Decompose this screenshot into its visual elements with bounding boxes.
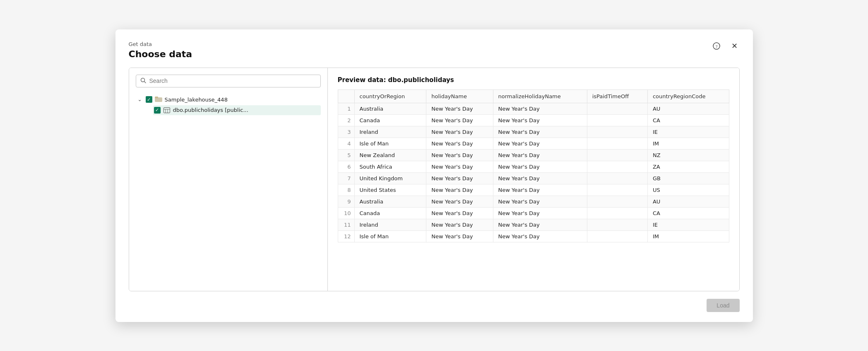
tree-child: ✓ dbo.publicholidays [public... (153, 105, 321, 115)
cell-normalize: New Year's Day (493, 161, 587, 172)
cell-country: Canada (354, 114, 426, 126)
cell-regioncode: IM (647, 138, 729, 149)
svg-line-3 (144, 81, 146, 83)
help-icon: ? (713, 42, 720, 50)
row-num-cell: 9 (338, 196, 354, 207)
chevron-down-icon: ⌄ (137, 97, 143, 102)
search-box[interactable] (136, 75, 321, 87)
table-item[interactable]: ✓ dbo.publicholidays [public... (153, 105, 321, 115)
table-icon (163, 107, 171, 113)
load-button[interactable]: Load (707, 299, 739, 312)
search-input[interactable] (149, 77, 316, 84)
right-panel: Preview data: dbo.publicholidays country… (328, 68, 739, 291)
col-header-normalize: normalizeHolidayName (493, 90, 587, 103)
cell-ispaid (587, 172, 647, 184)
table-row: 12 Isle of Man New Year's Day New Year's… (338, 230, 729, 242)
cell-ispaid (587, 219, 647, 230)
lakehouse-item[interactable]: ⌄ ✓ Sample_lakehouse_448 (136, 94, 321, 105)
table-row: 10 Canada New Year's Day New Year's Day … (338, 207, 729, 219)
table-row: 4 Isle of Man New Year's Day New Year's … (338, 138, 729, 149)
cell-holiday: New Year's Day (426, 149, 493, 161)
cell-ispaid (587, 126, 647, 138)
cell-holiday: New Year's Day (426, 172, 493, 184)
col-header-regioncode: countryRegionCode (647, 90, 729, 103)
lakehouse-label: Sample_lakehouse_448 (165, 97, 228, 103)
cell-regioncode: ZA (647, 161, 729, 172)
cell-country: Australia (354, 196, 426, 207)
cell-holiday: New Year's Day (426, 219, 493, 230)
cell-country: Ireland (354, 126, 426, 138)
row-num-cell: 6 (338, 161, 354, 172)
col-header-country: countryOrRegion (354, 90, 426, 103)
cell-country: Ireland (354, 219, 426, 230)
svg-text:?: ? (715, 44, 717, 48)
tree-root: ⌄ ✓ Sample_lakehouse_448 (136, 94, 321, 115)
table-row: 11 Ireland New Year's Day New Year's Day… (338, 219, 729, 230)
cell-holiday: New Year's Day (426, 126, 493, 138)
cell-country: United Kingdom (354, 172, 426, 184)
cell-regioncode: NZ (647, 149, 729, 161)
cell-normalize: New Year's Day (493, 126, 587, 138)
close-icon: ✕ (731, 41, 738, 51)
cell-holiday: New Year's Day (426, 161, 493, 172)
cell-normalize: New Year's Day (493, 149, 587, 161)
cell-regioncode: US (647, 184, 729, 196)
cell-holiday: New Year's Day (426, 207, 493, 219)
table-row: 6 South Africa New Year's Day New Year's… (338, 161, 729, 172)
table-row: 1 Australia New Year's Day New Year's Da… (338, 103, 729, 114)
cell-normalize: New Year's Day (493, 172, 587, 184)
cell-normalize: New Year's Day (493, 103, 587, 114)
cell-country: New Zealand (354, 149, 426, 161)
cell-holiday: New Year's Day (426, 103, 493, 114)
cell-regioncode: IE (647, 219, 729, 230)
row-num-cell: 8 (338, 184, 354, 196)
col-header-holiday: holidayName (426, 90, 493, 103)
cell-ispaid (587, 161, 647, 172)
table-label: dbo.publicholidays [public... (173, 107, 248, 113)
left-panel: ⌄ ✓ Sample_lakehouse_448 (129, 68, 328, 291)
cell-normalize: New Year's Day (493, 207, 587, 219)
preview-title: Preview data: dbo.publicholidays (338, 76, 729, 84)
cell-regioncode: GB (647, 172, 729, 184)
table-row: 9 Australia New Year's Day New Year's Da… (338, 196, 729, 207)
cell-country: Canada (354, 207, 426, 219)
cell-country: Australia (354, 103, 426, 114)
cell-normalize: New Year's Day (493, 184, 587, 196)
search-icon (140, 77, 146, 85)
get-data-label: Get data (129, 41, 740, 47)
cell-holiday: New Year's Day (426, 138, 493, 149)
table-checkbox[interactable]: ✓ (154, 107, 161, 114)
cell-normalize: New Year's Day (493, 138, 587, 149)
row-num-cell: 7 (338, 172, 354, 184)
cell-ispaid (587, 196, 647, 207)
cell-ispaid (587, 138, 647, 149)
cell-ispaid (587, 230, 647, 242)
close-button[interactable]: ✕ (728, 39, 741, 53)
svg-rect-5 (155, 97, 158, 98)
svg-rect-6 (164, 107, 170, 113)
folder-icon (155, 96, 162, 104)
cell-holiday: New Year's Day (426, 230, 493, 242)
row-num-cell: 2 (338, 114, 354, 126)
cell-normalize: New Year's Day (493, 219, 587, 230)
dialog-actions: ? ✕ (710, 39, 741, 53)
cell-regioncode: AU (647, 196, 729, 207)
help-button[interactable]: ? (710, 39, 723, 53)
cell-country: United States (354, 184, 426, 196)
cell-country: Isle of Man (354, 230, 426, 242)
cell-regioncode: IM (647, 230, 729, 242)
table-row: 5 New Zealand New Year's Day New Year's … (338, 149, 729, 161)
cell-normalize: New Year's Day (493, 114, 587, 126)
lakehouse-checkbox[interactable]: ✓ (146, 96, 152, 103)
cell-ispaid (587, 207, 647, 219)
row-num-header (338, 90, 354, 103)
table-row: 7 United Kingdom New Year's Day New Year… (338, 172, 729, 184)
row-num-cell: 1 (338, 103, 354, 114)
row-num-cell: 3 (338, 126, 354, 138)
dialog-body: ⌄ ✓ Sample_lakehouse_448 (129, 68, 740, 291)
row-num-cell: 5 (338, 149, 354, 161)
table-row: 8 United States New Year's Day New Year'… (338, 184, 729, 196)
row-num-cell: 11 (338, 219, 354, 230)
preview-table: countryOrRegion holidayName normalizeHol… (338, 90, 729, 242)
cell-holiday: New Year's Day (426, 114, 493, 126)
